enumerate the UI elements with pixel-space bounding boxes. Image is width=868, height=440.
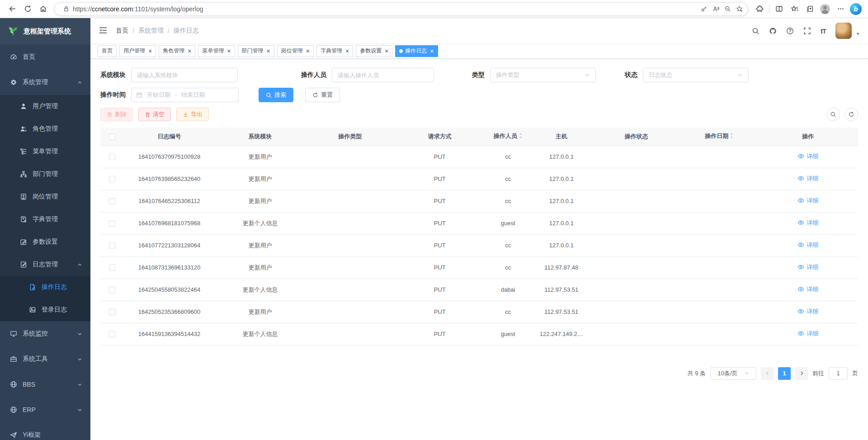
search-button[interactable]: 搜索 <box>259 88 293 102</box>
user-avatar[interactable] <box>835 23 852 39</box>
tab-menu-mgmt[interactable]: 菜单管理× <box>198 45 235 57</box>
tab-param-settings[interactable]: 参数设置× <box>356 45 392 57</box>
breadcrumb-item[interactable]: 系统管理 <box>138 27 164 35</box>
tab-close-icon[interactable]: × <box>226 48 231 54</box>
sidebar-item-param-settings[interactable]: 参数设置 <box>0 231 90 253</box>
row-checkbox[interactable] <box>109 154 115 160</box>
tab-close-icon[interactable]: × <box>384 48 388 54</box>
clear-button[interactable]: 清空 <box>138 108 171 121</box>
github-icon[interactable] <box>769 27 777 35</box>
fullscreen-icon[interactable] <box>803 27 811 35</box>
row-checkbox[interactable] <box>109 309 115 315</box>
column-header[interactable]: 操作人员 <box>485 128 531 146</box>
tab-user-mgmt[interactable]: 用户管理× <box>119 45 156 57</box>
sidebar-item-erp[interactable]: ERP <box>0 397 90 422</box>
row-checkbox[interactable] <box>109 198 115 204</box>
sidebar-item-menu-mgmt[interactable]: 菜单管理 <box>0 140 90 163</box>
sidebar-item-bbs[interactable]: BBS <box>0 372 90 397</box>
row-checkbox[interactable] <box>109 265 115 271</box>
sidebar-item-dept-mgmt[interactable]: 部门管理 <box>0 163 90 185</box>
page-size-select[interactable]: 10条/页 <box>710 367 756 380</box>
sidebar-item-post-mgmt[interactable]: 岗位管理 <box>0 185 90 208</box>
type-select[interactable]: 操作类型 <box>490 68 596 82</box>
favorites-bar-icon[interactable] <box>787 1 802 17</box>
profile-icon[interactable] <box>817 1 833 17</box>
chevron-down-icon[interactable]: ▼ <box>856 32 860 36</box>
sidebar-item-home[interactable]: 首页 <box>0 44 90 70</box>
detail-link[interactable]: 详细 <box>797 241 818 249</box>
operator-input[interactable] <box>332 68 434 82</box>
sidebar-item-dict-mgmt[interactable]: 字典管理 <box>0 208 90 231</box>
collections-icon[interactable] <box>802 1 817 17</box>
tab-role-mgmt[interactable]: 角色管理× <box>159 45 195 57</box>
reset-button[interactable]: 重置 <box>305 88 340 102</box>
select-all-checkbox[interactable] <box>109 134 115 140</box>
sort-caret-icon[interactable] <box>730 132 734 141</box>
favorite-add-icon[interactable] <box>733 3 745 15</box>
tab-close-icon[interactable]: × <box>429 48 434 54</box>
collapse-sidebar-icon[interactable] <box>99 26 108 36</box>
delete-button[interactable]: 删除 <box>100 108 133 121</box>
tab-oper-log[interactable]: 操作日志× <box>395 45 438 57</box>
goto-page-input[interactable] <box>829 367 848 380</box>
sidebar-item-role-mgmt[interactable]: />角色管理 <box>0 118 90 140</box>
date-range-input[interactable]: 开始日期 - 结束日期 <box>131 88 239 102</box>
tab-close-icon[interactable]: × <box>187 48 191 54</box>
more-icon[interactable] <box>833 1 848 17</box>
module-input[interactable] <box>131 68 238 82</box>
sidebar-item-log-mgmt[interactable]: 日志管理 <box>0 253 90 276</box>
detail-link[interactable]: 详细 <box>797 263 818 271</box>
row-checkbox[interactable] <box>109 331 115 337</box>
sidebar-item-user-mgmt[interactable]: />用户管理 <box>0 95 90 118</box>
detail-link[interactable]: 详细 <box>797 285 818 293</box>
export-button[interactable]: 导出 <box>176 108 209 121</box>
sidebar-item-system-monitor[interactable]: 系统监控 <box>0 321 90 346</box>
extensions-icon[interactable] <box>752 1 767 17</box>
detail-link[interactable]: 详细 <box>797 152 818 161</box>
sidebar-item-system-mgmt[interactable]: />系统管理 <box>0 70 90 95</box>
row-checkbox[interactable] <box>109 242 115 249</box>
back-icon[interactable] <box>5 1 20 17</box>
url-text[interactable]: https://ccnetcore.com:1101/system/log/op… <box>73 5 698 13</box>
detail-link[interactable]: 详细 <box>797 308 818 316</box>
next-page-button[interactable] <box>795 367 808 380</box>
tab-post-mgmt[interactable]: 岗位管理× <box>277 45 314 57</box>
tab-dept-mgmt[interactable]: 部门管理× <box>238 45 274 57</box>
split-screen-icon[interactable] <box>771 1 787 17</box>
read-aloud-icon[interactable] <box>710 3 722 15</box>
tab-close-icon[interactable]: × <box>305 48 310 54</box>
tab-home[interactable]: 首页 <box>98 45 117 57</box>
detail-link[interactable]: 详细 <box>797 219 818 227</box>
status-select[interactable]: 日志状态 <box>643 68 749 82</box>
sidebar-item-system-tools[interactable]: 系统工具 <box>0 346 90 372</box>
tab-close-icon[interactable]: × <box>344 48 349 54</box>
refresh-icon[interactable] <box>20 1 35 17</box>
detail-link[interactable]: 详细 <box>797 330 818 338</box>
tab-close-icon[interactable]: × <box>147 48 152 54</box>
table-search-button[interactable] <box>826 108 840 121</box>
breadcrumb-item[interactable]: 操作日志 <box>174 27 199 35</box>
tab-dict-mgmt[interactable]: 字典管理× <box>316 45 353 57</box>
row-checkbox[interactable] <box>109 220 115 227</box>
column-header[interactable]: 操作日期 <box>681 128 758 146</box>
detail-link[interactable]: 详细 <box>797 175 818 183</box>
font-size-icon[interactable]: tT <box>821 27 826 35</box>
breadcrumb-item[interactable]: 首页 <box>116 27 128 35</box>
copilot-icon[interactable]: b <box>848 1 863 17</box>
sidebar-item-oper-log[interactable]: 操作日志 <box>0 276 90 298</box>
address-bar[interactable]: https://ccnetcore.com:1101/system/log/op… <box>54 2 748 16</box>
password-key-icon[interactable] <box>698 3 710 15</box>
detail-link[interactable]: 详细 <box>797 197 818 205</box>
home-icon[interactable] <box>35 1 51 17</box>
help-icon[interactable] <box>786 27 794 35</box>
zoom-out-icon[interactable] <box>722 3 733 15</box>
row-checkbox[interactable] <box>109 287 115 293</box>
sort-caret-icon[interactable] <box>519 132 523 141</box>
prev-page-button[interactable] <box>761 367 774 380</box>
current-page-button[interactable]: 1 <box>778 367 791 380</box>
search-icon[interactable] <box>752 27 760 35</box>
tab-close-icon[interactable]: × <box>266 48 270 54</box>
sidebar-item-yi-framework[interactable]: Yi框架 <box>0 422 90 440</box>
sidebar-item-login-log[interactable]: 登录日志 <box>0 298 90 321</box>
row-checkbox[interactable] <box>109 176 115 182</box>
